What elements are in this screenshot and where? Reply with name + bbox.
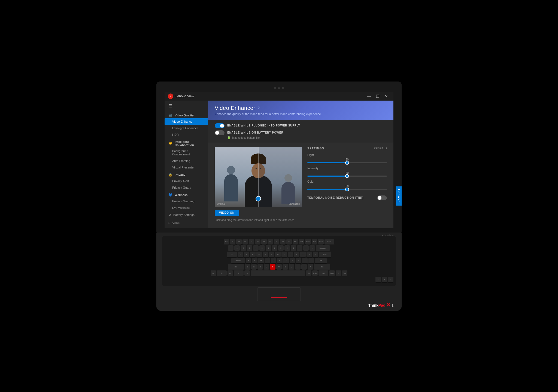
key-m[interactable]: M (283, 264, 288, 270)
key-shift-l[interactable]: Shift (228, 264, 244, 270)
key-6[interactable]: 6 (266, 245, 271, 251)
key-esc[interactable]: Esc (224, 239, 229, 245)
key-8[interactable]: 8 (278, 245, 284, 251)
key-j[interactable]: J (283, 258, 289, 263)
key-a[interactable]: A (246, 258, 251, 263)
key-quote[interactable]: ' (308, 258, 314, 263)
key-semicolon[interactable]: ; (302, 258, 308, 263)
key-7[interactable]: 7 (272, 245, 277, 251)
key-f12[interactable]: F12 (299, 239, 304, 245)
battery-toggle[interactable] (215, 130, 225, 135)
key-h[interactable]: H (277, 258, 283, 263)
key-win[interactable]: ⊞ (234, 270, 244, 276)
key-9[interactable]: 9 (284, 245, 290, 251)
sidebar-battery-settings[interactable]: ⚙ Battery Settings (165, 211, 208, 219)
tnr-toggle[interactable] (377, 195, 387, 200)
close-button[interactable]: ✕ (383, 94, 390, 99)
minimize-button[interactable]: — (365, 94, 373, 99)
key-equals[interactable]: = (303, 245, 309, 251)
intensity-slider[interactable] (307, 176, 387, 177)
key-backspace[interactable]: Backspace (316, 245, 330, 251)
key-e[interactable]: E (250, 252, 256, 257)
color-slider[interactable] (307, 189, 387, 190)
key-fn[interactable]: Fn (211, 270, 216, 276)
key-1[interactable]: 1 (234, 245, 240, 251)
key-f6[interactable]: F6 (261, 239, 267, 245)
key-pgdn[interactable]: PgDn (342, 270, 348, 276)
key-right[interactable]: › (388, 277, 393, 282)
restore-button[interactable]: ❐ (374, 94, 381, 99)
key-z[interactable]: Z (245, 264, 250, 270)
sidebar-item-posture[interactable]: Posture Warning (165, 198, 208, 204)
key-enter2[interactable]: Enter (315, 258, 327, 263)
key-tab[interactable]: Tab (227, 252, 237, 257)
key-ctrl-l[interactable]: Ctrl (217, 270, 227, 276)
key-x[interactable]: X (251, 264, 257, 270)
sidebar-item-hdr[interactable]: HDR (165, 131, 208, 138)
key-end[interactable]: End (312, 239, 317, 245)
key-pgup[interactable]: PgUp (329, 270, 335, 276)
key-enter[interactable]: Enter (319, 252, 331, 257)
sidebar-item-privacy-guard[interactable]: Privacy Guard (165, 184, 208, 191)
key-capslock[interactable]: CapsLock (231, 258, 245, 263)
key-3[interactable]: 3 (247, 245, 252, 251)
key-insert[interactable]: Insert (318, 239, 324, 245)
key-bracket-l[interactable]: [ (300, 252, 306, 257)
key-b[interactable]: B (270, 264, 275, 270)
sidebar-section-video-quality[interactable]: 📹 Video Quality (165, 111, 208, 118)
sidebar-item-lowlight[interactable]: Low-light Enhancer (165, 125, 208, 131)
sidebar-about[interactable]: ℹ About (165, 219, 208, 227)
key-delete[interactable]: Delete (325, 239, 334, 245)
key-period[interactable]: . (295, 264, 301, 270)
key-r[interactable]: R (256, 252, 262, 257)
key-shift-r[interactable]: Shift (314, 264, 330, 270)
key-f10[interactable]: F10 (286, 239, 292, 245)
sidebar-item-auto-framing[interactable]: Auto Framing (165, 158, 208, 164)
key-l[interactable]: L (296, 258, 301, 263)
key-s[interactable]: S (252, 258, 257, 263)
key-u[interactable]: U (275, 252, 281, 257)
key-5[interactable]: 5 (259, 245, 265, 251)
sidebar-item-background-concealment[interactable]: Background Concealment (165, 148, 208, 158)
key-k[interactable]: K (290, 258, 295, 263)
hamburger-menu[interactable]: ☰ (165, 101, 208, 111)
sidebar-feedback[interactable]: 💬 Feedback (165, 227, 208, 228)
light-slider[interactable] (307, 162, 387, 163)
key-f[interactable]: F (265, 258, 270, 263)
key-down[interactable]: ∨ (382, 277, 387, 282)
key-w[interactable]: W (244, 252, 249, 257)
key-prtsc[interactable]: PrtSc (312, 270, 318, 276)
key-tilde[interactable]: ~ (228, 245, 233, 251)
key-fn2[interactable]: ☸ (244, 270, 250, 276)
key-2[interactable]: 2 (241, 245, 246, 251)
key-f1[interactable]: F1 (230, 239, 235, 245)
key-home[interactable]: Home (305, 239, 311, 245)
key-v[interactable]: V (264, 264, 269, 270)
key-4[interactable]: 4 (253, 245, 259, 251)
key-g[interactable]: G (271, 258, 276, 263)
key-f5[interactable]: F5 (255, 239, 260, 245)
key-ctrl-r[interactable]: Ctrl (319, 270, 328, 276)
key-t[interactable]: T (263, 252, 268, 257)
help-icon[interactable]: ? (257, 106, 260, 110)
key-f4[interactable]: F4 (249, 239, 254, 245)
key-f3[interactable]: F3 (242, 239, 248, 245)
video-handle[interactable] (256, 196, 261, 201)
key-q[interactable]: Q (238, 252, 243, 257)
key-c[interactable]: C (257, 264, 263, 270)
sidebar-item-eye-wellness[interactable]: Eye Wellness (165, 204, 208, 211)
key-plus[interactable]: + (310, 245, 315, 251)
key-alt-l[interactable]: Alt (228, 270, 233, 276)
reset-button[interactable]: RESET ↺ (374, 147, 387, 150)
key-f7[interactable]: F7 (268, 239, 273, 245)
sidebar-section-wellness[interactable]: 💙 Wellness (165, 191, 208, 198)
key-f8[interactable]: F8 (274, 239, 279, 245)
sidebar-item-virtual-presenter[interactable]: Virtual Presenter (165, 164, 208, 171)
key-f11[interactable]: F11 (293, 239, 298, 245)
video-on-button[interactable]: VIDEO ON (215, 210, 239, 216)
key-o[interactable]: O (288, 252, 293, 257)
key-alt-r[interactable]: Alt (306, 270, 311, 276)
key-f2[interactable]: F2 (236, 239, 242, 245)
sidebar-item-video-enhancer[interactable]: Video Enhancer (165, 118, 208, 125)
key-i[interactable]: I (281, 252, 287, 257)
